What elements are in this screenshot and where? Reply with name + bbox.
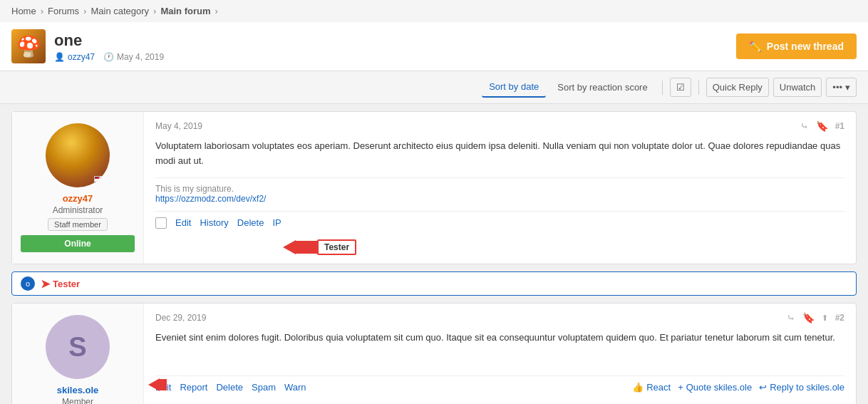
username-skiles[interactable]: skiles.ole <box>57 385 99 395</box>
react-button[interactable]: 👍 React <box>632 382 671 393</box>
reply-button[interactable]: ↩Reply to skiles.ole <box>759 382 844 393</box>
toolbar-separator-1 <box>662 81 663 95</box>
plus-icon: + <box>678 382 683 393</box>
thread-icon: 🍄 <box>11 29 46 63</box>
post-2-spam-link[interactable]: Spam <box>252 382 276 393</box>
online-status-button: Online <box>21 235 135 252</box>
avatar-ozzy47 <box>46 123 110 187</box>
post-1-sidebar: ozzy47 Administrator Staff member Online <box>12 112 144 264</box>
posts-container: ozzy47 Administrator Staff member Online… <box>0 104 868 404</box>
post-2-footer-right: 👍 React +Quote skiles.ole ↩Reply to skil… <box>632 382 844 393</box>
post-2-actions-right: ⤷ 🔖 ⬆ #2 <box>787 312 844 323</box>
post-2-body: Eveniet sint enim dolores fugit. Dolorib… <box>155 331 844 346</box>
online-indicator <box>98 176 107 185</box>
post-1-date[interactable]: May 4, 2019 <box>155 121 202 131</box>
quick-reply-button[interactable]: Quick Reply <box>706 78 769 97</box>
toolbar-separator-2 <box>698 81 699 95</box>
user-role-ozzy: Administrator <box>53 205 103 215</box>
post-1-content: May 4, 2019 ⤷ 🔖 #1 Voluptatem laboriosam… <box>144 112 856 264</box>
thread-title-block: one 👤 ozzy47 🕐 May 4, 2019 <box>54 31 736 62</box>
quick-reply-annotation: ➤ Tester <box>41 277 80 291</box>
unwatch-button[interactable]: Unwatch <box>773 78 822 97</box>
share-icon-2[interactable]: ⤷ <box>787 312 795 323</box>
edit-icon: ✏️ <box>749 41 761 52</box>
breadcrumb-main-category[interactable]: Main category <box>91 6 149 16</box>
post-2-report-link[interactable]: Report <box>180 382 207 393</box>
post-new-thread-button[interactable]: ✏️ Post new thread <box>736 33 857 59</box>
post-1: ozzy47 Administrator Staff member Online… <box>11 111 857 264</box>
post-2-footer: Edit Report Delete Spam Warn 👍 React +Qu… <box>155 375 844 393</box>
post-1-delete-link[interactable]: Delete <box>237 217 264 228</box>
breadcrumb-current: Main forum <box>160 6 210 16</box>
post-2-content: Dec 29, 2019 ⤷ 🔖 ⬆ #2 Eveniet sint enim … <box>144 304 856 404</box>
post-2-sidebar: S skiles.ole Member Offline <box>12 304 144 404</box>
post-2-spacer <box>155 354 844 375</box>
breadcrumb-sep-4: › <box>215 6 218 16</box>
chevron-down-icon: ▾ <box>845 82 850 93</box>
post-1-ip-link[interactable]: IP <box>272 217 281 228</box>
post-1-signature: This is my signature. https://ozzmodz.co… <box>155 177 844 204</box>
bookmark-icon-2[interactable]: 🔖 <box>802 312 815 323</box>
thread-author-link[interactable]: ozzy47 <box>68 52 95 62</box>
thread-date-meta: 🕐 May 4, 2019 <box>103 52 164 62</box>
post-1-footer: Edit History Delete IP <box>155 211 844 229</box>
post-2-date[interactable]: Dec 29, 2019 <box>155 313 206 323</box>
thread-title: one <box>54 31 736 50</box>
signature-text: This is my signature. <box>155 184 844 194</box>
checkbox-toolbar-button[interactable]: ☑ <box>670 78 691 97</box>
check-icon: ☑ <box>676 82 685 93</box>
sort-by-date-button[interactable]: Sort by date <box>482 77 546 98</box>
upvote-icon-2[interactable]: ⬆ <box>822 314 828 323</box>
thread-date: May 4, 2019 <box>117 52 164 62</box>
toolbar: Sort by date Sort by reaction score ☑ Qu… <box>0 71 868 104</box>
avatar-skiles: S <box>46 315 110 379</box>
quick-reply-avatar-icon: o <box>21 276 35 291</box>
breadcrumb-sep-1: › <box>41 6 43 16</box>
post-2-number: #2 <box>835 313 844 323</box>
quote-button[interactable]: +Quote skiles.ole <box>678 382 752 393</box>
more-dots-icon: ••• <box>832 82 842 93</box>
more-options-button[interactable]: ••• ▾ <box>826 78 857 97</box>
signature-link[interactable]: https://ozzmodz.com/dev/xf2/ <box>155 194 266 204</box>
post-2-delete-link[interactable]: Delete <box>216 382 243 393</box>
post-new-label: Post new thread <box>767 41 844 52</box>
arrow-right-small: ➤ <box>41 277 50 291</box>
post-1-actions-right: ⤷ 🔖 #1 <box>800 120 844 132</box>
breadcrumb-home[interactable]: Home <box>11 6 36 16</box>
post-2: S skiles.ole Member Offline Dec 29, 2019… <box>11 303 857 404</box>
clock-icon: 🕐 <box>103 52 114 62</box>
reply-icon: ↩ <box>759 382 767 393</box>
post-1-edit-link[interactable]: Edit <box>175 217 191 228</box>
tester-label: Tester <box>53 279 80 289</box>
post-1-history-link[interactable]: History <box>200 217 228 228</box>
sort-by-reaction-button[interactable]: Sort by reaction score <box>550 78 654 97</box>
post-1-checkbox[interactable] <box>155 217 167 229</box>
bookmark-icon[interactable]: 🔖 <box>816 120 828 132</box>
post-2-date-line: Dec 29, 2019 ⤷ 🔖 ⬆ #2 <box>155 312 844 323</box>
thread-meta: 👤 ozzy47 🕐 May 4, 2019 <box>54 52 736 62</box>
post-2-warn-link[interactable]: Warn <box>284 382 306 393</box>
quick-reply-bar: o ➤ Tester <box>11 271 857 296</box>
breadcrumb: Home › Forums › Main category › Main for… <box>0 0 868 22</box>
user-role-skiles: Member <box>62 397 93 404</box>
post-2-edit-link[interactable]: Edit <box>155 382 171 393</box>
thumbs-up-icon: 👍 <box>632 382 644 393</box>
staff-badge: Staff member <box>48 218 108 231</box>
thread-author-meta: 👤 ozzy47 <box>54 52 95 62</box>
post-1-date-line: May 4, 2019 ⤷ 🔖 #1 <box>155 120 844 132</box>
post-1-body: Voluptatem laboriosam voluptates eos ape… <box>155 139 844 169</box>
user-icon: 👤 <box>54 52 65 62</box>
breadcrumb-sep-3: › <box>153 6 156 16</box>
post-1-number: #1 <box>835 121 844 131</box>
username-ozzy47[interactable]: ozzy47 <box>63 193 93 204</box>
breadcrumb-forums[interactable]: Forums <box>48 6 79 16</box>
breadcrumb-sep-2: › <box>83 6 86 16</box>
share-icon[interactable]: ⤷ <box>800 120 809 132</box>
thread-header: 🍄 one 👤 ozzy47 🕐 May 4, 2019 ✏️ Post new… <box>0 22 868 71</box>
